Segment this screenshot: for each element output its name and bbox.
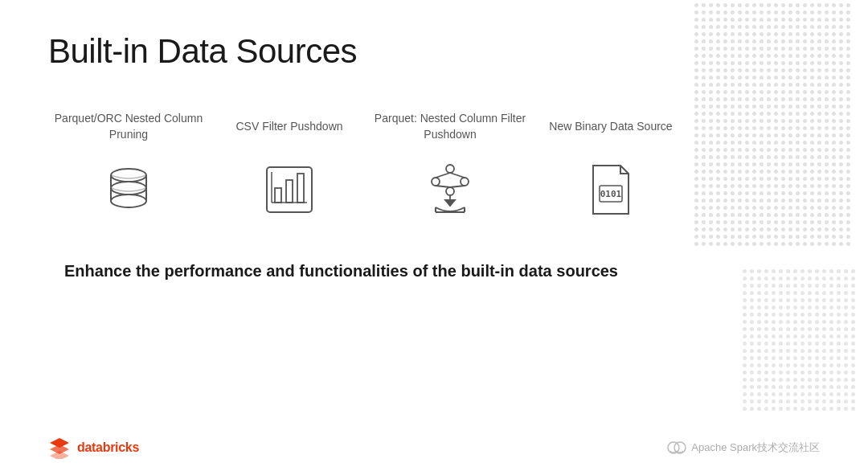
page-title: Built-in Data Sources [48,32,820,71]
svg-point-1 [111,182,146,195]
svg-line-18 [450,186,465,187]
tree-filter-icon [418,158,482,222]
slide: Built-in Data Sources Parquet/ORC Nested… [0,0,868,475]
svg-point-16 [446,187,454,195]
bar-chart-icon [257,158,321,222]
feature-binary-source: New Binary Data Source 0101 [530,111,691,222]
svg-marker-28 [50,451,69,459]
dot-pattern-bottom-right [739,266,868,427]
feature-parquet-nested: Parquet: Nested Column Filter Pushdown [370,111,530,222]
database-icon [96,158,161,222]
svg-point-11 [446,165,454,173]
svg-point-12 [432,178,440,186]
feature-label-binary-source: New Binary Data Source [549,111,672,143]
description-section: Enhance the performance and functionalit… [48,262,820,280]
feature-label-parquet-nested: Parquet: Nested Column Filter Pushdown [370,111,530,143]
feature-csv-filter: CSV Filter Pushdown [209,111,370,222]
feature-label-parquet-orc: Parquet/ORC Nested Column Pruning [48,111,209,143]
feature-label-csv-filter: CSV Filter Pushdown [235,111,342,143]
watermark-text: Apache Spark技术交流社区 [691,440,820,455]
svg-point-13 [461,178,469,186]
description-text: Enhance the performance and functionalit… [64,262,820,280]
svg-rect-7 [286,180,293,203]
svg-point-2 [111,195,146,207]
feature-parquet-orc: Parquet/ORC Nested Column Pruning [48,111,209,222]
svg-line-15 [450,173,465,178]
databricks-logo-icon [48,436,71,459]
features-row: Parquet/ORC Nested Column Pruning CSV Fi… [48,111,820,222]
svg-rect-5 [267,167,312,212]
watermark-icon [667,440,686,456]
svg-line-17 [436,186,450,187]
svg-rect-8 [297,174,304,203]
databricks-logo-label: databricks [77,440,139,455]
binary-file-icon: 0101 [579,158,643,222]
svg-text:0101: 0101 [600,189,622,199]
footer: databricks Apache Spark技术交流社区 [48,436,820,459]
svg-marker-20 [445,200,455,206]
svg-point-0 [111,169,146,182]
svg-rect-6 [275,188,281,203]
svg-line-14 [436,173,450,178]
watermark: Apache Spark技术交流社区 [667,440,820,456]
databricks-logo: databricks [48,436,139,459]
